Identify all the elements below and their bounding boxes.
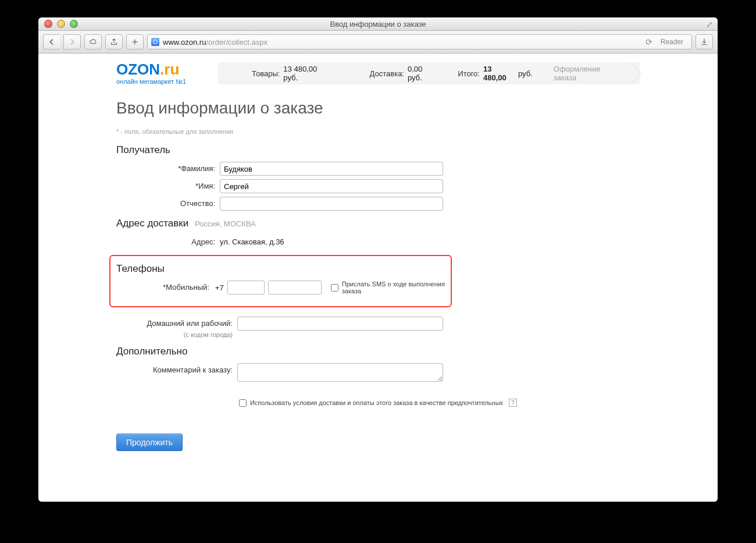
page-title: Ввод информации о заказе	[116, 99, 640, 118]
fullscreen-icon[interactable]: ⤢	[706, 20, 713, 29]
input-comment[interactable]	[237, 363, 443, 382]
reader-button[interactable]: Reader	[656, 38, 688, 46]
add-button[interactable]	[126, 34, 144, 49]
row-middlename: Отчество:	[116, 197, 640, 211]
browser-window: Ввод информации о заказе ⤢ www.ozon.ru/o…	[38, 17, 718, 502]
logo-text-ru: ru	[164, 61, 179, 78]
input-sms-checkbox[interactable]	[331, 284, 338, 292]
section-extra: Дополнительно	[116, 346, 640, 357]
label-lastname: *Фамилия:	[116, 162, 220, 176]
url-text: www.ozon.ru/order/collect.aspx	[163, 38, 268, 47]
url-path: /order/collect.aspx	[206, 38, 268, 47]
input-home-phone[interactable]	[237, 317, 443, 331]
forward-button[interactable]	[63, 34, 81, 49]
site-favicon	[151, 38, 159, 46]
summary-delivery-label: Доставка:	[370, 69, 404, 78]
summary-total-currency: руб.	[518, 69, 533, 78]
shop-header: OZON.ru онлайн мегамаркет №1 Товары: 13 …	[116, 61, 640, 86]
label-home: Домашний или рабочий: (с кодом города)	[116, 317, 237, 339]
order-summary-bar: Товары: 13 480,00 руб. Доставка: 0,00 ру…	[218, 62, 640, 84]
logo-text-ozon: OZON	[116, 61, 160, 78]
window-controls	[44, 20, 78, 28]
section-address-title: Адрес доставки	[116, 218, 188, 229]
back-button[interactable]	[43, 34, 60, 49]
address-bar[interactable]: www.ozon.ru/order/collect.aspx ⟳ Reader	[147, 34, 692, 49]
phone-highlight-box: Телефоны *Мобильный: +7 Прислать SMS о х…	[109, 255, 452, 307]
row-address: Адрес: ул. Скаковая, д.36	[116, 235, 640, 249]
mobile-prefix: +7	[215, 283, 224, 292]
continue-button[interactable]: Продолжить	[116, 434, 183, 451]
reload-icon[interactable]: ⟳	[646, 37, 652, 47]
input-middlename[interactable]	[220, 197, 443, 211]
section-recipient: Получатель	[116, 144, 640, 156]
minimize-window-button[interactable]	[57, 20, 65, 28]
summary-delivery-value: 0,00 руб.	[408, 65, 437, 82]
downloads-button[interactable]	[696, 34, 713, 49]
icloud-button[interactable]	[84, 34, 102, 49]
row-preference: Использовать условия доставки и оплаты э…	[116, 399, 640, 407]
titlebar: Ввод информации о заказе ⤢	[38, 17, 718, 31]
url-host: www.ozon.ru	[163, 38, 206, 47]
section-phones: Телефоны	[116, 263, 445, 275]
input-pref-checkbox[interactable]	[239, 399, 247, 407]
label-preference: Использовать условия доставки и оплаты э…	[250, 399, 503, 406]
input-mobile-number[interactable]	[268, 281, 322, 294]
label-firstname: *Имя:	[116, 179, 220, 193]
label-comment: Комментарий к заказу:	[116, 363, 237, 377]
label-mobile: *Мобильный:	[116, 281, 214, 294]
label-home-text: Домашний или рабочий:	[147, 319, 233, 328]
close-window-button[interactable]	[44, 20, 52, 28]
browser-toolbar: www.ozon.ru/order/collect.aspx ⟳ Reader	[38, 31, 718, 54]
content: OZON.ru онлайн мегамаркет №1 Товары: 13 …	[116, 54, 640, 502]
row-firstname: *Имя:	[116, 179, 640, 193]
label-middlename: Отчество:	[116, 197, 220, 211]
window-title: Ввод информации о заказе	[38, 20, 718, 29]
summary-items-value: 13 480,00 руб.	[283, 65, 331, 82]
row-mobile: *Мобильный: +7 Прислать SMS о ходе выпол…	[116, 281, 445, 294]
label-sms: Прислать SMS о ходе выполнения заказа	[342, 281, 445, 294]
sms-checkbox-row: Прислать SMS о ходе выполнения заказа	[331, 281, 445, 294]
help-icon[interactable]: ?	[509, 399, 517, 407]
row-lastname: *Фамилия:	[116, 162, 640, 176]
input-firstname[interactable]	[220, 179, 443, 193]
value-address: ул. Скаковая, д.36	[220, 237, 284, 246]
row-home-phone: Домашний или рабочий: (с кодом города)	[116, 317, 640, 339]
checkout-step-label: Оформление заказа	[543, 65, 640, 82]
logo[interactable]: OZON.ru онлайн мегамаркет №1	[116, 62, 218, 85]
page: OZON.ru онлайн мегамаркет №1 Товары: 13 …	[38, 54, 718, 502]
summary-total-value: 13 480,00	[483, 65, 515, 82]
summary-total-label: Итого:	[458, 69, 480, 78]
share-button[interactable]	[105, 34, 123, 49]
section-address: Адрес доставки Россия, МОСКВА	[116, 218, 640, 229]
section-address-sub: Россия, МОСКВА	[195, 219, 256, 228]
input-mobile-code[interactable]	[227, 281, 265, 294]
label-address: Адрес:	[116, 235, 220, 249]
zoom-window-button[interactable]	[70, 20, 78, 28]
input-lastname[interactable]	[220, 162, 443, 176]
logo-tagline: онлайн мегамаркет №1	[116, 78, 218, 85]
required-note: * - поля, обязательные для заполнения	[116, 128, 640, 135]
summary-items-label: Товары:	[252, 69, 280, 78]
label-home-sub: (с кодом города)	[116, 331, 233, 339]
row-comment: Комментарий к заказу:	[116, 363, 640, 384]
